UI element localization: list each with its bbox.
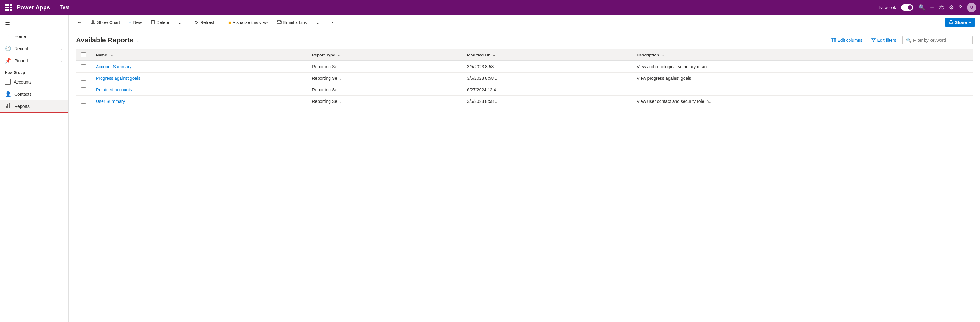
row-type-cell: Reporting Se... bbox=[307, 96, 462, 107]
row-desc-cell: View user contact and security role in..… bbox=[632, 96, 972, 107]
row-type-cell: Reporting Se... bbox=[307, 73, 462, 84]
svg-rect-6 bbox=[151, 21, 154, 24]
edit-columns-icon bbox=[831, 38, 836, 42]
svg-rect-1 bbox=[8, 104, 8, 108]
table-row: Account Summary Reporting Se... 3/5/2023… bbox=[76, 61, 972, 73]
workspace-title: Test bbox=[60, 5, 69, 10]
nav-divider bbox=[55, 4, 55, 11]
row-checkbox[interactable] bbox=[81, 99, 86, 104]
chevron-down-icon: ⌄ bbox=[178, 20, 182, 25]
edit-columns-button[interactable]: Edit columns bbox=[828, 37, 865, 44]
sidebar-item-recent[interactable]: 🕐 Recent ⌄ bbox=[0, 42, 68, 54]
share-label: Share bbox=[955, 20, 967, 25]
report-name-link[interactable]: User Summary bbox=[96, 99, 125, 104]
content-area: ← Show Chart + New bbox=[68, 15, 980, 322]
select-all-checkbox[interactable] bbox=[81, 53, 86, 57]
edit-filters-button[interactable]: Edit filters bbox=[869, 37, 899, 44]
svg-rect-11 bbox=[834, 38, 835, 42]
settings-icon[interactable]: ⚙ bbox=[949, 4, 954, 11]
report-name-link[interactable]: Account Summary bbox=[96, 64, 131, 69]
sidebar-item-contacts[interactable]: 👤 Contacts bbox=[0, 88, 68, 100]
sort-icon[interactable]: ↑⌄ bbox=[109, 53, 114, 57]
show-chart-label: Show Chart bbox=[97, 20, 120, 25]
toolbar-divider-3 bbox=[326, 19, 326, 26]
chevron-down-icon: ⌄ bbox=[60, 46, 63, 51]
svg-rect-4 bbox=[92, 21, 94, 24]
sidebar-group-label: New Group bbox=[0, 67, 68, 76]
home-icon: ⌂ bbox=[5, 33, 11, 39]
row-checkbox[interactable] bbox=[81, 76, 86, 81]
delete-icon bbox=[151, 19, 155, 25]
dropdown-button-2[interactable]: ⌄ bbox=[312, 18, 323, 27]
more-options-icon[interactable]: ⋯ bbox=[329, 18, 339, 27]
visualize-button[interactable]: ■ Visualize this view bbox=[224, 18, 272, 27]
svg-rect-2 bbox=[9, 104, 10, 108]
row-type-cell: Reporting Se... bbox=[307, 84, 462, 96]
sidebar-item-label: Home bbox=[14, 34, 63, 39]
row-checkbox-cell bbox=[76, 96, 91, 107]
row-name-cell: Progress against goals bbox=[91, 73, 307, 84]
help-icon[interactable]: ? bbox=[959, 4, 962, 11]
row-desc-cell: View progress against goals bbox=[632, 73, 972, 84]
new-look-toggle[interactable] bbox=[901, 4, 913, 11]
col-name-label: Name bbox=[96, 53, 107, 57]
sort-icon-3[interactable]: ⌄ bbox=[492, 53, 495, 57]
refresh-label: Refresh bbox=[200, 20, 215, 25]
avatar[interactable]: U bbox=[967, 3, 976, 12]
row-desc-cell: View a chronological summary of an ... bbox=[632, 61, 972, 73]
reports-icon bbox=[5, 103, 11, 109]
new-button[interactable]: + New bbox=[125, 18, 145, 27]
edit-columns-label: Edit columns bbox=[837, 38, 862, 43]
show-chart-button[interactable]: Show Chart bbox=[87, 18, 124, 27]
refresh-button[interactable]: ⟳ Refresh bbox=[191, 18, 219, 27]
sidebar-item-label: Contacts bbox=[14, 92, 63, 97]
top-nav-right: New look 🔍 + ⚖ ⚙ ? U bbox=[880, 3, 976, 12]
dropdown-button[interactable]: ⌄ bbox=[174, 18, 186, 27]
pinned-icon: 📌 bbox=[5, 58, 11, 64]
view-area: Available Reports ⌄ Edit columns bbox=[68, 30, 980, 322]
row-modified-cell: 6/27/2024 12:4... bbox=[462, 84, 632, 96]
row-modified-cell: 3/5/2023 8:58 ... bbox=[462, 73, 632, 84]
filter-search-box[interactable]: 🔍 bbox=[902, 36, 972, 44]
email-icon bbox=[277, 20, 282, 25]
sidebar-item-accounts[interactable]: Accounts bbox=[0, 76, 68, 88]
filter-icon[interactable]: ⚖ bbox=[939, 4, 944, 11]
sidebar-hamburger[interactable]: ☰ bbox=[0, 15, 68, 30]
waffle-menu[interactable] bbox=[4, 3, 13, 12]
svg-rect-3 bbox=[91, 22, 92, 24]
sidebar-item-reports[interactable]: Reports bbox=[0, 100, 68, 113]
col-description-label: Description bbox=[637, 53, 659, 57]
row-name-cell: Retained accounts bbox=[91, 84, 307, 96]
filter-keyword-input[interactable] bbox=[913, 38, 969, 43]
row-modified-cell: 3/5/2023 8:58 ... bbox=[462, 61, 632, 73]
sort-icon-2[interactable]: ⌄ bbox=[337, 53, 340, 57]
row-checkbox[interactable] bbox=[81, 87, 86, 92]
edit-filters-label: Edit filters bbox=[877, 38, 896, 43]
sidebar-item-pinned[interactable]: 📌 Pinned ⌄ bbox=[0, 54, 68, 67]
search-icon[interactable]: 🔍 bbox=[918, 4, 925, 11]
sidebar-item-home[interactable]: ⌂ Home bbox=[0, 30, 68, 42]
svg-rect-9 bbox=[831, 38, 832, 42]
view-title: Available Reports bbox=[76, 36, 134, 44]
visualize-label: Visualize this view bbox=[232, 20, 268, 25]
email-link-button[interactable]: Email a Link bbox=[273, 18, 310, 27]
row-desc-cell bbox=[632, 84, 972, 96]
view-title-chevron-icon[interactable]: ⌄ bbox=[136, 38, 140, 43]
delete-button[interactable]: Delete bbox=[147, 18, 173, 27]
col-description: Description ⌄ bbox=[632, 49, 972, 61]
email-link-label: Email a Link bbox=[283, 20, 307, 25]
add-icon[interactable]: + bbox=[930, 4, 934, 11]
report-name-link[interactable]: Retained accounts bbox=[96, 87, 132, 92]
share-chevron-icon: ⌄ bbox=[969, 20, 971, 24]
row-checkbox[interactable] bbox=[81, 64, 86, 69]
view-title-group: Available Reports ⌄ bbox=[76, 36, 140, 44]
back-button[interactable]: ← bbox=[73, 18, 86, 27]
table-row: Retained accounts Reporting Se... 6/27/2… bbox=[76, 84, 972, 96]
sort-icon-4[interactable]: ⌄ bbox=[661, 53, 664, 57]
report-name-link[interactable]: Progress against goals bbox=[96, 76, 140, 81]
svg-rect-0 bbox=[6, 106, 7, 108]
back-icon: ← bbox=[77, 20, 82, 25]
row-checkbox-cell bbox=[76, 73, 91, 84]
share-button[interactable]: Share ⌄ bbox=[945, 18, 975, 27]
col-modified-on: Modified On ⌄ bbox=[462, 49, 632, 61]
